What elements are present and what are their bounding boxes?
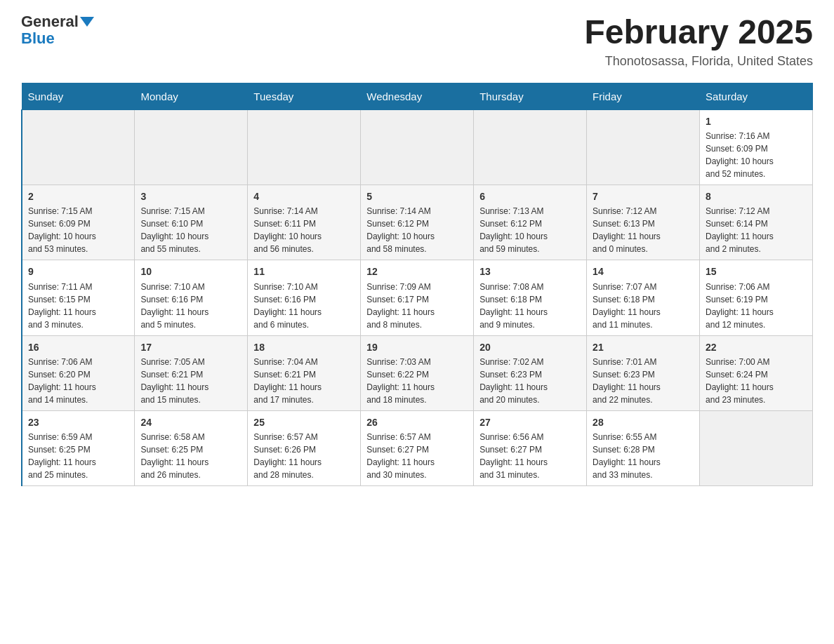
calendar-week-row: 16Sunrise: 7:06 AMSunset: 6:20 PMDayligh… — [22, 335, 813, 410]
calendar-cell: 28Sunrise: 6:55 AMSunset: 6:28 PMDayligh… — [587, 410, 700, 485]
day-number: 1 — [706, 114, 807, 128]
calendar-cell: 2Sunrise: 7:15 AMSunset: 6:09 PMDaylight… — [22, 185, 135, 260]
calendar-week-row: 1Sunrise: 7:16 AMSunset: 6:09 PMDaylight… — [22, 109, 813, 185]
day-number: 18 — [253, 340, 355, 354]
day-number: 14 — [593, 264, 694, 279]
day-info: Sunrise: 7:00 AMSunset: 6:24 PMDaylight:… — [706, 356, 807, 406]
calendar-week-row: 2Sunrise: 7:15 AMSunset: 6:09 PMDaylight… — [22, 185, 813, 260]
calendar-cell: 9Sunrise: 7:11 AMSunset: 6:15 PMDaylight… — [22, 260, 135, 335]
calendar-cell: 23Sunrise: 6:59 AMSunset: 6:25 PMDayligh… — [22, 410, 135, 485]
logo: General Blue — [21, 14, 94, 48]
day-info: Sunrise: 7:06 AMSunset: 6:19 PMDaylight:… — [706, 281, 807, 331]
day-number: 23 — [28, 415, 128, 429]
calendar-cell: 5Sunrise: 7:14 AMSunset: 6:12 PMDaylight… — [361, 185, 474, 260]
page-header: General Blue February 2025 Thonotosassa,… — [21, 14, 813, 69]
calendar-cell — [361, 109, 474, 185]
day-number: 28 — [593, 415, 694, 429]
day-info: Sunrise: 7:10 AMSunset: 6:16 PMDaylight:… — [140, 281, 241, 331]
calendar-header-monday: Monday — [135, 83, 248, 109]
day-info: Sunrise: 7:07 AMSunset: 6:18 PMDaylight:… — [593, 281, 694, 331]
day-number: 3 — [140, 189, 241, 203]
day-info: Sunrise: 7:02 AMSunset: 6:23 PMDaylight:… — [479, 356, 581, 406]
calendar-cell — [248, 109, 361, 185]
calendar-header-tuesday: Tuesday — [248, 83, 361, 109]
location-subtitle: Thonotosassa, Florida, United States — [584, 54, 813, 69]
calendar-cell: 11Sunrise: 7:10 AMSunset: 6:16 PMDayligh… — [248, 260, 361, 335]
day-info: Sunrise: 7:15 AMSunset: 6:10 PMDaylight:… — [140, 205, 241, 255]
calendar-cell: 6Sunrise: 7:13 AMSunset: 6:12 PMDaylight… — [474, 185, 587, 260]
day-number: 19 — [366, 340, 468, 354]
calendar-header-thursday: Thursday — [474, 83, 587, 109]
day-info: Sunrise: 7:13 AMSunset: 6:12 PMDaylight:… — [479, 205, 581, 255]
day-number: 9 — [28, 264, 128, 279]
day-info: Sunrise: 7:01 AMSunset: 6:23 PMDaylight:… — [593, 356, 694, 406]
day-number: 22 — [706, 340, 807, 354]
day-info: Sunrise: 6:58 AMSunset: 6:25 PMDaylight:… — [140, 431, 241, 481]
day-info: Sunrise: 6:56 AMSunset: 6:27 PMDaylight:… — [479, 431, 581, 481]
calendar-cell: 7Sunrise: 7:12 AMSunset: 6:13 PMDaylight… — [587, 185, 700, 260]
calendar-cell — [135, 109, 248, 185]
calendar-cell: 12Sunrise: 7:09 AMSunset: 6:17 PMDayligh… — [361, 260, 474, 335]
calendar-cell: 24Sunrise: 6:58 AMSunset: 6:25 PMDayligh… — [135, 410, 248, 485]
calendar-cell — [587, 109, 700, 185]
logo-arrow-icon — [80, 17, 94, 27]
day-number: 25 — [253, 415, 355, 429]
calendar-header-sunday: Sunday — [22, 83, 135, 109]
calendar-cell: 27Sunrise: 6:56 AMSunset: 6:27 PMDayligh… — [474, 410, 587, 485]
day-number: 24 — [140, 415, 241, 429]
day-number: 8 — [706, 189, 807, 203]
day-info: Sunrise: 7:09 AMSunset: 6:17 PMDaylight:… — [366, 281, 468, 331]
day-info: Sunrise: 7:14 AMSunset: 6:12 PMDaylight:… — [366, 205, 468, 255]
day-number: 13 — [479, 264, 581, 279]
calendar-cell: 16Sunrise: 7:06 AMSunset: 6:20 PMDayligh… — [22, 335, 135, 410]
day-info: Sunrise: 7:10 AMSunset: 6:16 PMDaylight:… — [253, 281, 355, 331]
calendar-header-row: SundayMondayTuesdayWednesdayThursdayFrid… — [22, 83, 813, 109]
day-number: 20 — [479, 340, 581, 354]
calendar-cell: 14Sunrise: 7:07 AMSunset: 6:18 PMDayligh… — [587, 260, 700, 335]
day-number: 11 — [253, 264, 355, 279]
day-info: Sunrise: 6:57 AMSunset: 6:27 PMDaylight:… — [366, 431, 468, 481]
calendar-header-wednesday: Wednesday — [361, 83, 474, 109]
day-info: Sunrise: 7:05 AMSunset: 6:21 PMDaylight:… — [140, 356, 241, 406]
day-number: 5 — [366, 189, 468, 203]
calendar-cell: 3Sunrise: 7:15 AMSunset: 6:10 PMDaylight… — [135, 185, 248, 260]
calendar-cell: 26Sunrise: 6:57 AMSunset: 6:27 PMDayligh… — [361, 410, 474, 485]
month-title: February 2025 — [584, 14, 813, 51]
day-number: 26 — [366, 415, 468, 429]
day-number: 2 — [28, 189, 128, 203]
day-number: 27 — [479, 415, 581, 429]
day-info: Sunrise: 7:12 AMSunset: 6:14 PMDaylight:… — [706, 205, 807, 255]
calendar-cell: 4Sunrise: 7:14 AMSunset: 6:11 PMDaylight… — [248, 185, 361, 260]
calendar-week-row: 23Sunrise: 6:59 AMSunset: 6:25 PMDayligh… — [22, 410, 813, 485]
calendar-cell: 17Sunrise: 7:05 AMSunset: 6:21 PMDayligh… — [135, 335, 248, 410]
day-number: 21 — [593, 340, 694, 354]
day-number: 16 — [28, 340, 128, 354]
day-info: Sunrise: 7:04 AMSunset: 6:21 PMDaylight:… — [253, 356, 355, 406]
logo-blue-text: Blue — [21, 29, 55, 48]
day-info: Sunrise: 7:15 AMSunset: 6:09 PMDaylight:… — [28, 205, 128, 255]
calendar-header-friday: Friday — [587, 83, 700, 109]
calendar-cell: 1Sunrise: 7:16 AMSunset: 6:09 PMDaylight… — [700, 109, 813, 185]
logo-general-text: General — [21, 14, 79, 29]
day-info: Sunrise: 7:16 AMSunset: 6:09 PMDaylight:… — [706, 130, 807, 180]
calendar-cell: 22Sunrise: 7:00 AMSunset: 6:24 PMDayligh… — [700, 335, 813, 410]
calendar-cell: 15Sunrise: 7:06 AMSunset: 6:19 PMDayligh… — [700, 260, 813, 335]
calendar-cell — [700, 410, 813, 485]
calendar-cell — [474, 109, 587, 185]
day-number: 6 — [479, 189, 581, 203]
day-info: Sunrise: 7:12 AMSunset: 6:13 PMDaylight:… — [593, 205, 694, 255]
calendar-cell: 18Sunrise: 7:04 AMSunset: 6:21 PMDayligh… — [248, 335, 361, 410]
title-section: February 2025 Thonotosassa, Florida, Uni… — [584, 14, 813, 69]
calendar-table: SundayMondayTuesdayWednesdayThursdayFrid… — [21, 83, 813, 486]
calendar-cell: 25Sunrise: 6:57 AMSunset: 6:26 PMDayligh… — [248, 410, 361, 485]
day-info: Sunrise: 7:03 AMSunset: 6:22 PMDaylight:… — [366, 356, 468, 406]
day-info: Sunrise: 7:06 AMSunset: 6:20 PMDaylight:… — [28, 356, 128, 406]
calendar-cell: 21Sunrise: 7:01 AMSunset: 6:23 PMDayligh… — [587, 335, 700, 410]
day-number: 10 — [140, 264, 241, 279]
day-number: 7 — [593, 189, 694, 203]
day-number: 12 — [366, 264, 468, 279]
calendar-week-row: 9Sunrise: 7:11 AMSunset: 6:15 PMDaylight… — [22, 260, 813, 335]
day-info: Sunrise: 6:57 AMSunset: 6:26 PMDaylight:… — [253, 431, 355, 481]
calendar-cell — [22, 109, 135, 185]
day-number: 15 — [706, 264, 807, 279]
